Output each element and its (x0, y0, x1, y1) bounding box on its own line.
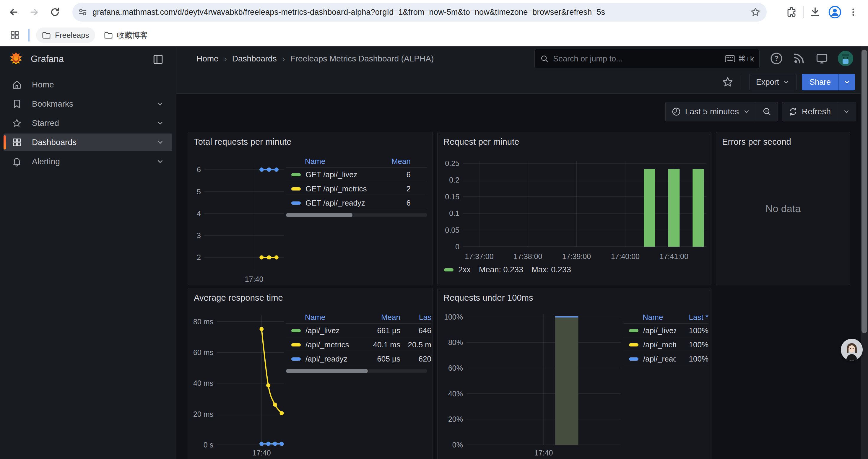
downloads-button[interactable] (808, 5, 823, 20)
requests-under-100ms-chart[interactable]: 100%80%60%40%20%0%17:40 (440, 314, 626, 457)
legend-column-header[interactable]: Name (286, 157, 382, 166)
extensions-button[interactable] (784, 5, 799, 20)
refresh-interval-button[interactable] (837, 102, 856, 121)
sidebar-item-starred[interactable]: Starred (4, 114, 172, 132)
browser-back-button[interactable] (5, 4, 22, 21)
page-scrollbar[interactable] (861, 46, 868, 459)
browser-reload-button[interactable] (47, 4, 63, 21)
legend-scrollbar-thumb[interactable] (286, 213, 352, 217)
legend-row[interactable]: /api/_readyz605 µs620 (286, 352, 431, 366)
search-input[interactable] (553, 54, 725, 64)
total-requests-per-minute-chart[interactable]: 6543217:40 (190, 159, 288, 283)
request-per-minute-legend: 2xxMean: 0.233Max: 0.233 (444, 265, 571, 274)
legend-column-header[interactable]: Mean (382, 157, 411, 166)
legend-column-header[interactable]: Name (624, 313, 676, 322)
panel-title[interactable]: Average response time (188, 288, 433, 303)
panel-title[interactable]: Requests under 100ms (438, 288, 711, 303)
legend-row[interactable]: GET /api/_readyz6 (286, 196, 427, 210)
svg-text:0%: 0% (452, 441, 463, 449)
series-color-pill (291, 357, 301, 361)
user-avatar[interactable] (838, 51, 853, 66)
browser-menu-button[interactable] (847, 5, 860, 20)
share-menu-button[interactable] (838, 74, 855, 90)
panel-total-requests-per-minute: Total requests per minute 6543217:40Name… (188, 132, 433, 285)
breadcrumb-separator: › (224, 54, 227, 64)
breadcrumb-home[interactable]: Home (196, 54, 219, 64)
sidebar-item-dashboards[interactable]: Dashboards (4, 133, 172, 151)
svg-text:0.1: 0.1 (449, 209, 459, 218)
site-settings-icon[interactable] (78, 7, 88, 17)
series-color-pill (291, 201, 301, 205)
legend-row[interactable]: /api/_livez661 µs646 (286, 324, 431, 338)
svg-text:100%: 100% (444, 314, 463, 321)
bookmark-item[interactable]: 收藏博客 (98, 28, 154, 43)
scrollbar-thumb[interactable] (862, 50, 867, 333)
legend-scrollbar[interactable] (286, 213, 427, 217)
series-color-pill (291, 187, 301, 191)
kebab-menu-icon (848, 7, 858, 17)
legend-row[interactable]: /api/_metrics40.1 ms20.5 m (286, 338, 431, 352)
svg-text:20 ms: 20 ms (193, 410, 213, 418)
share-button[interactable]: Share (802, 74, 838, 90)
export-button[interactable]: Export (749, 74, 797, 90)
bookmark-item[interactable]: Freeleaps (36, 28, 95, 43)
legend-row[interactable]: /api/_readyz100% (624, 352, 709, 366)
legend-column-header[interactable]: Last * (676, 313, 709, 322)
request-per-minute-chart[interactable]: 0.250.20.150.10.05017:37:0017:38:0017:39… (440, 158, 709, 272)
refresh-icon (788, 107, 798, 117)
refresh-button[interactable]: Refresh (782, 102, 837, 121)
browser-forward-button[interactable] (26, 4, 42, 21)
legend-column-header[interactable]: Mean (362, 313, 400, 322)
legend-series-name: GET /api/_metrics (286, 184, 382, 193)
grafana-logo[interactable] (8, 52, 24, 67)
legend-value: 100% (676, 326, 709, 335)
legend-value: 40.1 ms (362, 340, 400, 350)
clock-icon (672, 107, 681, 117)
browser-profile-button[interactable] (827, 4, 843, 21)
legend-value: 100% (676, 355, 709, 364)
help-button[interactable]: ? (770, 52, 783, 65)
sidebar-item-label: Alerting (32, 157, 156, 166)
average-response-time-chart[interactable]: 80 ms60 ms40 ms20 ms0 s17:40 (190, 314, 288, 457)
breadcrumb-dashboards[interactable]: Dashboards (232, 54, 277, 64)
legend-scrollbar[interactable] (286, 369, 427, 373)
sidebar-item-bookmarks[interactable]: Bookmarks (4, 95, 172, 113)
search-box[interactable]: ⌘+k (534, 49, 760, 69)
panel-title[interactable]: Request per minute (438, 132, 711, 147)
url-text[interactable]: grafana.mathmast.com/d/deytv4rwavabkb/fr… (92, 8, 750, 17)
requests-under-100ms-legend: NameLast */api/_livez100%/api/_metrics10… (624, 311, 709, 366)
legend-row[interactable]: GET /api/_metrics2 (286, 182, 427, 196)
url-bar[interactable]: grafana.mathmast.com/d/deytv4rwavabkb/fr… (72, 3, 767, 22)
legend-scrollbar-thumb[interactable] (286, 369, 368, 373)
legend-row[interactable]: /api/_metrics100% (624, 338, 709, 352)
dashboard-toolbar: Export Share (176, 71, 868, 94)
star-icon (12, 118, 22, 128)
profile-icon (828, 5, 842, 19)
dashboards-grid-icon (12, 137, 22, 147)
sidebar-collapse-button[interactable] (152, 54, 164, 66)
chevron-down-icon (156, 119, 164, 127)
legend-column-header[interactable]: Name (286, 313, 362, 322)
favorite-dashboard-button[interactable] (720, 75, 735, 89)
search-shortcut: ⌘+k (725, 54, 754, 64)
legend-column-header[interactable]: Las (400, 313, 431, 322)
assistant-avatar-icon (841, 339, 863, 361)
sidebar-item-alerting[interactable]: Alerting (4, 153, 172, 170)
apps-grid-button[interactable] (6, 27, 23, 43)
floating-assistant-avatar[interactable] (841, 339, 863, 361)
legend-row[interactable]: /api/_livez100% (624, 324, 709, 338)
sidebar-item-home[interactable]: Home (4, 76, 172, 94)
series-color-pill (291, 329, 301, 332)
bookmarks-bar: Freeleaps收藏博客 (0, 24, 868, 46)
panel-title[interactable]: Total requests per minute (188, 132, 433, 147)
time-range-picker[interactable]: Last 5 minutes (665, 102, 756, 121)
panel-request-per-minute: Request per minute 0.250.20.150.10.05017… (437, 132, 711, 285)
display-button[interactable] (815, 52, 829, 65)
bookmark-star-icon[interactable] (750, 7, 761, 18)
folder-icon (42, 31, 51, 39)
legend-row[interactable]: GET /api/_livez6 (286, 168, 427, 182)
legend-item[interactable]: 2xx (444, 265, 471, 274)
news-button[interactable] (792, 52, 806, 65)
extensions-puzzle-icon (786, 6, 797, 18)
zoom-out-time-button[interactable] (756, 102, 778, 121)
